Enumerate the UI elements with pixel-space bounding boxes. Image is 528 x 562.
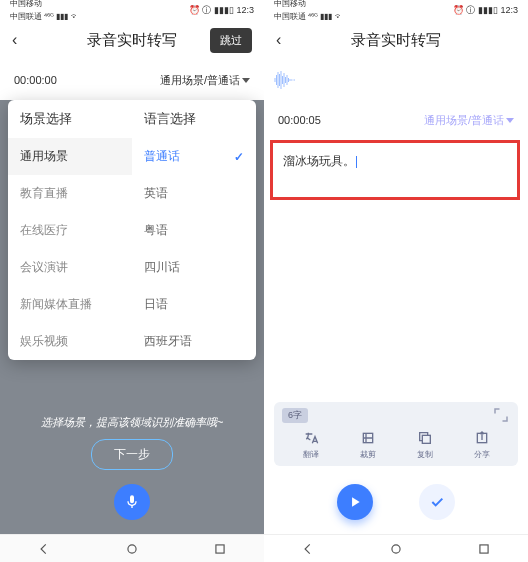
back-icon[interactable]: ‹ <box>276 31 281 49</box>
elapsed-time: 00:00:05 <box>278 114 321 126</box>
scene-lang-popover: 场景选择 语言选择 通用场景 普通话 ✓ 教育直播英语 在线医疗粤语 会议演讲四… <box>8 100 256 360</box>
lang-option[interactable]: 粤语 <box>132 212 256 249</box>
share-button[interactable]: 分享 <box>474 430 490 460</box>
scene-option[interactable]: 娱乐视频 <box>8 323 132 360</box>
nav-recent-icon[interactable] <box>213 542 227 556</box>
transcript-highlight: 溜冰场玩具。 <box>270 140 520 200</box>
time-row: 00:00:05 通用场景/普通话 <box>264 100 528 140</box>
svg-rect-1 <box>216 544 224 552</box>
lang-option[interactable]: 英语 <box>132 175 256 212</box>
svg-point-19 <box>392 544 400 552</box>
status-bar: 中国移动中国联通 ⁴⁶ᴳ ▮▮▮ ᯤ ⏰ ⓘ ▮▮▮▯ 12:3 <box>0 0 264 20</box>
nav-home-icon[interactable] <box>389 542 403 556</box>
lang-option[interactable]: 西班牙语 <box>132 323 256 360</box>
cut-button[interactable]: 裁剪 <box>360 430 376 460</box>
play-icon <box>348 495 362 509</box>
nav-bar: ‹ 录音实时转写 跳过 <box>0 20 264 60</box>
scene-lang-selector[interactable]: 通用场景/普通话 <box>160 73 250 88</box>
chevron-down-icon <box>242 78 250 83</box>
status-bar: 中国移动中国联通 ⁴⁶ᴳ ▮▮▮ ᯤ ⏰ ⓘ ▮▮▮▯ 12:3 <box>264 0 528 20</box>
share-icon <box>474 430 490 446</box>
hint-text: 选择场景，提高该领域识别准确率哦~ <box>0 415 264 430</box>
nav-bar: ‹ 录音实时转写 <box>264 20 528 60</box>
system-nav-bar <box>264 534 528 562</box>
page-title: 录音实时转写 <box>87 31 177 50</box>
copy-button[interactable]: 复制 <box>417 430 433 460</box>
lang-option[interactable]: 日语 <box>132 286 256 323</box>
word-count-badge: 6字 <box>282 408 308 423</box>
scene-option[interactable]: 教育直播 <box>8 175 132 212</box>
tool-card: 6字 翻译 裁剪 复制 分享 <box>274 402 518 466</box>
lang-header: 语言选择 <box>132 100 256 138</box>
lang-option[interactable]: 四川话 <box>132 249 256 286</box>
page-title: 录音实时转写 <box>351 31 441 50</box>
check-icon: ✓ <box>234 150 244 164</box>
back-icon[interactable]: ‹ <box>12 31 17 49</box>
svg-rect-17 <box>422 435 430 443</box>
expand-button[interactable] <box>492 406 510 424</box>
skip-button[interactable]: 跳过 <box>210 28 252 53</box>
cut-icon <box>360 430 376 446</box>
scene-header: 场景选择 <box>8 100 132 138</box>
translate-icon <box>303 430 319 446</box>
check-icon <box>429 494 445 510</box>
waveform <box>264 60 528 100</box>
time-row: 00:00:00 通用场景/普通话 <box>0 60 264 100</box>
svg-rect-20 <box>480 544 488 552</box>
expand-icon <box>492 406 510 424</box>
copy-icon <box>417 430 433 446</box>
system-nav-bar <box>0 534 264 562</box>
elapsed-time: 00:00:00 <box>14 74 57 86</box>
svg-point-0 <box>128 544 136 552</box>
scene-option[interactable]: 会议演讲 <box>8 249 132 286</box>
transcript-text[interactable]: 溜冰场玩具。 <box>283 154 355 168</box>
nav-home-icon[interactable] <box>125 542 139 556</box>
text-cursor <box>356 156 357 168</box>
scene-option[interactable]: 新闻媒体直播 <box>8 286 132 323</box>
scene-option[interactable]: 通用场景 <box>8 138 132 175</box>
chevron-down-icon <box>506 118 514 123</box>
mic-button[interactable] <box>114 484 150 520</box>
play-button[interactable] <box>337 484 373 520</box>
translate-button[interactable]: 翻译 <box>303 430 319 460</box>
done-button[interactable] <box>419 484 455 520</box>
lang-option[interactable]: 普通话 ✓ <box>132 138 256 175</box>
next-button[interactable]: 下一步 <box>91 439 173 470</box>
nav-back-icon[interactable] <box>37 542 51 556</box>
scene-lang-selector[interactable]: 通用场景/普通话 <box>424 113 514 128</box>
mic-icon <box>124 494 140 510</box>
nav-back-icon[interactable] <box>301 542 315 556</box>
nav-recent-icon[interactable] <box>477 542 491 556</box>
scene-option[interactable]: 在线医疗 <box>8 212 132 249</box>
